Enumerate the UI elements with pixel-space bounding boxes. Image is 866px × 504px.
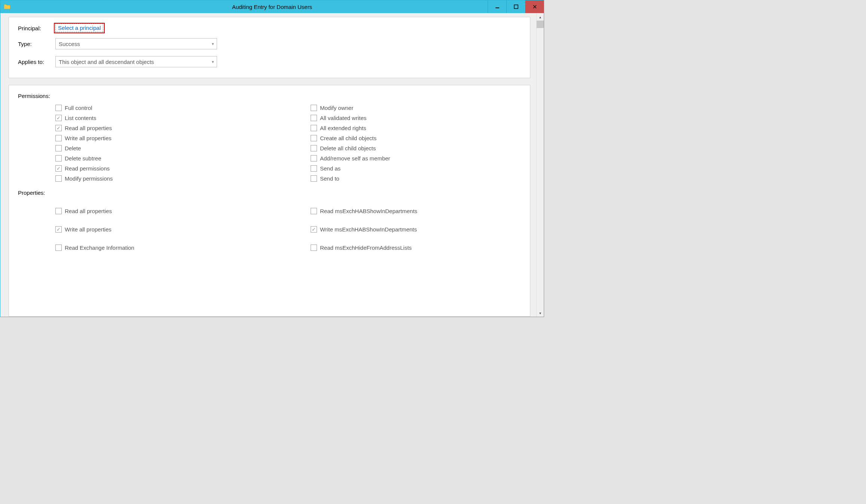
permission-label: Delete: [65, 145, 81, 151]
permission-checkbox[interactable]: [311, 125, 317, 131]
permission-checkbox[interactable]: [311, 155, 317, 162]
principal-row: Principal: Select a principal: [18, 25, 521, 31]
permission-item: Delete: [18, 143, 266, 153]
permission-item: Modify permissions: [18, 173, 266, 184]
permission-item: Read permissions: [18, 163, 266, 173]
property-checkbox[interactable]: [55, 208, 62, 214]
folder-icon: [3, 3, 11, 10]
properties-grid: Read all propertiesWrite all propertiesR…: [18, 202, 521, 257]
permission-label: Read permissions: [65, 165, 110, 172]
permission-item: Add/remove self as member: [273, 153, 521, 163]
permission-item: Delete all child objects: [273, 143, 521, 153]
permissions-panel: Permissions: Full controlList contentsRe…: [9, 85, 530, 317]
permission-label: Create all child objects: [320, 135, 376, 141]
close-button[interactable]: [525, 0, 544, 13]
applies-label: Applies to:: [18, 59, 55, 65]
vertical-scrollbar[interactable]: ▴ ▾: [536, 13, 544, 317]
permission-label: List contents: [65, 115, 96, 121]
applies-select[interactable]: [55, 56, 217, 67]
permission-item: Read all properties: [18, 123, 266, 133]
scroll-up-arrow[interactable]: ▴: [537, 13, 544, 21]
svg-rect-1: [514, 5, 518, 9]
permission-checkbox[interactable]: [55, 105, 62, 111]
permission-checkbox[interactable]: [55, 155, 62, 162]
permission-item: All extended rights: [273, 123, 521, 133]
property-checkbox[interactable]: [55, 226, 62, 233]
window: Auditing Entry for Domain Users Principa…: [0, 0, 544, 317]
property-item: Read msExchHABShowInDepartments: [273, 202, 521, 220]
permission-checkbox[interactable]: [311, 145, 317, 151]
permission-item: Send to: [273, 173, 521, 184]
scroll-thumb[interactable]: [537, 21, 544, 28]
properties-title: Properties:: [18, 190, 521, 196]
permission-item: Modify owner: [273, 103, 521, 113]
content-area: Principal: Select a principal Type: ▾ Ap…: [0, 13, 536, 317]
permission-label: All validated writes: [320, 115, 366, 121]
property-label: Read all properties: [65, 208, 112, 214]
permission-label: Full control: [65, 105, 92, 111]
permission-checkbox[interactable]: [311, 105, 317, 111]
scroll-down-arrow[interactable]: ▾: [537, 309, 544, 317]
property-item: Read Exchange Information: [18, 239, 266, 257]
applies-row: Applies to: ▾: [18, 56, 521, 67]
permission-label: Delete subtree: [65, 155, 101, 162]
property-item: Write all properties: [18, 220, 266, 239]
permission-label: Modify owner: [320, 105, 353, 111]
permission-label: Send to: [320, 175, 339, 182]
minimize-button[interactable]: [488, 0, 506, 13]
window-title: Auditing Entry for Domain Users: [232, 4, 312, 10]
property-checkbox[interactable]: [311, 208, 317, 214]
permission-checkbox[interactable]: [55, 115, 62, 121]
property-label: Read msExchHABShowInDepartments: [320, 208, 417, 214]
permissions-grid: Full controlList contentsRead all proper…: [18, 103, 521, 184]
scroll-track[interactable]: [537, 28, 544, 309]
permission-checkbox[interactable]: [55, 135, 62, 141]
permission-item: Send as: [273, 163, 521, 173]
principal-panel: Principal: Select a principal Type: ▾ Ap…: [9, 17, 530, 78]
permission-label: Write all properties: [65, 135, 112, 141]
principal-label: Principal:: [18, 25, 55, 31]
permission-label: Modify permissions: [65, 175, 113, 182]
permission-item: Write all properties: [18, 133, 266, 143]
permission-checkbox[interactable]: [311, 135, 317, 141]
permission-label: Delete all child objects: [320, 145, 376, 151]
permissions-title: Permissions:: [18, 93, 521, 99]
property-checkbox[interactable]: [55, 245, 62, 251]
permission-checkbox[interactable]: [55, 175, 62, 182]
permission-checkbox[interactable]: [55, 125, 62, 131]
maximize-button[interactable]: [506, 0, 525, 13]
select-principal-link[interactable]: Select a principal: [55, 24, 103, 32]
permission-item: Create all child objects: [273, 133, 521, 143]
property-label: Write all properties: [65, 226, 112, 233]
type-row: Type: ▾: [18, 38, 521, 49]
property-label: Read msExchHideFromAddressLists: [320, 245, 412, 251]
property-checkbox[interactable]: [311, 245, 317, 251]
permission-checkbox[interactable]: [311, 115, 317, 121]
titlebar[interactable]: Auditing Entry for Domain Users: [0, 0, 544, 13]
type-label: Type:: [18, 41, 55, 47]
property-label: Read Exchange Information: [65, 245, 134, 251]
property-item: Read all properties: [18, 202, 266, 220]
permission-label: Read all properties: [65, 125, 112, 131]
permission-checkbox[interactable]: [311, 165, 317, 172]
permission-item: List contents: [18, 113, 266, 123]
type-select[interactable]: [55, 38, 217, 49]
property-item: Read msExchHideFromAddressLists: [273, 239, 521, 257]
permission-item: Full control: [18, 103, 266, 113]
property-checkbox[interactable]: [311, 226, 317, 233]
permission-item: Delete subtree: [18, 153, 266, 163]
permission-label: Send as: [320, 165, 341, 172]
permission-label: Add/remove self as member: [320, 155, 390, 162]
window-controls: [488, 0, 544, 13]
permission-item: All validated writes: [273, 113, 521, 123]
content-wrapper: Principal: Select a principal Type: ▾ Ap…: [0, 13, 544, 317]
svg-rect-0: [495, 7, 499, 8]
permission-checkbox[interactable]: [311, 175, 317, 182]
permission-label: All extended rights: [320, 125, 366, 131]
property-item: Write msExchHABShowInDepartments: [273, 220, 521, 239]
property-label: Write msExchHABShowInDepartments: [320, 226, 417, 233]
permission-checkbox[interactable]: [55, 145, 62, 151]
permission-checkbox[interactable]: [55, 165, 62, 172]
